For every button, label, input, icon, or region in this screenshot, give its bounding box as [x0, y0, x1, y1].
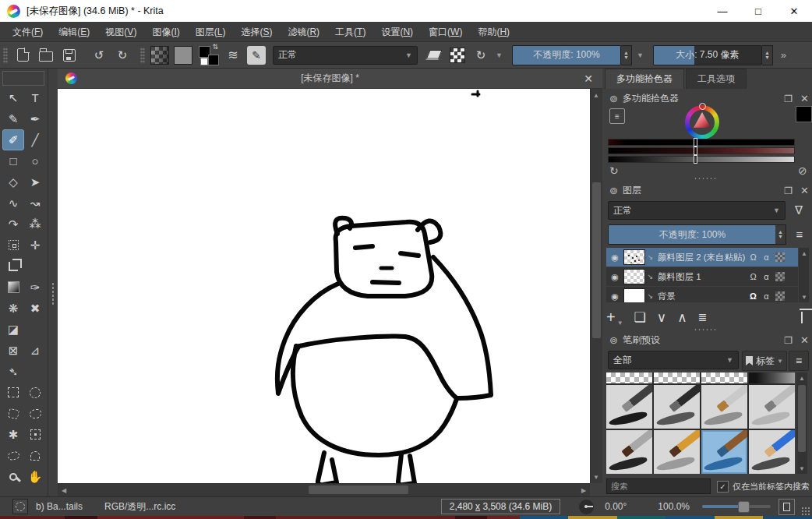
fineliner-silver-preset[interactable]	[701, 385, 747, 429]
float-docker-icon[interactable]: ❐	[784, 94, 793, 104]
menu-编辑[interactable]: 编辑(E)	[51, 22, 97, 42]
move-layer-down-button[interactable]: ∨	[657, 309, 666, 326]
foreground-background-color-selector[interactable]: ⇅	[198, 45, 218, 65]
search-scope-checkbox[interactable]: ✓	[717, 481, 729, 493]
document-title-bar[interactable]: [未保存图像] * ✕	[58, 69, 602, 89]
watercolor-brush-preset[interactable]	[701, 430, 747, 474]
layer-row[interactable]: ◉↘背景Ωα	[606, 287, 798, 302]
close-button[interactable]: ✕	[776, 0, 812, 22]
layer-lock-icon[interactable]: Ω	[747, 291, 760, 301]
scroll-down-icon[interactable]: ▼	[591, 471, 602, 482]
brush-search-input[interactable]	[606, 478, 711, 494]
panel-resize-handle[interactable]	[694, 177, 717, 180]
line-tool[interactable]: ╱	[24, 129, 46, 150]
layer-thumbnail[interactable]	[623, 288, 645, 302]
delete-layer-button[interactable]	[801, 312, 803, 323]
toolbox-drag-handle[interactable]	[51, 282, 55, 305]
layer-alpha-lock-icon[interactable]: α	[760, 291, 773, 301]
layer-opacity-spinner[interactable]: ▲▼	[775, 224, 786, 245]
ink-pen-black-preset[interactable]	[654, 385, 700, 429]
paintbrush-dark-preset[interactable]	[606, 430, 652, 474]
image-dimensions[interactable]: 2,480 x 3,508 (34.6 MiB)	[441, 499, 560, 514]
layer-lock-icon[interactable]: Ω	[747, 272, 760, 281]
menu-图像[interactable]: 图像(I)	[144, 22, 187, 42]
layer-lock-icon[interactable]: Ω	[747, 252, 760, 262]
slider-marker[interactable]	[694, 147, 697, 155]
layer-opacity-slider[interactable]: 不透明度: 100%	[608, 224, 777, 245]
canvas[interactable]	[58, 89, 590, 483]
dynamic-brush-tool[interactable]: ↷	[2, 214, 24, 235]
chevron-down-icon[interactable]: ▼	[496, 51, 503, 59]
scroll-right-icon[interactable]: ▶	[578, 485, 589, 496]
save-button[interactable]	[59, 45, 79, 65]
slider-marker[interactable]	[694, 155, 697, 164]
color-slider-hue[interactable]	[608, 139, 795, 146]
pencil-blue-preset[interactable]	[749, 430, 795, 474]
layer-list-scrollbar[interactable]: ▲ ▼	[799, 248, 809, 302]
scroll-up-icon[interactable]: ▲	[591, 90, 602, 101]
fill-tool[interactable]: ◪	[2, 319, 24, 340]
saturation-value-triangle[interactable]	[692, 111, 712, 132]
menu-帮助[interactable]: 帮助(H)	[470, 22, 517, 42]
bezier-curve-tool[interactable]: ∿	[2, 192, 24, 214]
no-color-icon[interactable]: ⊘	[798, 164, 807, 177]
docker-lock-icon[interactable]: ⊚	[609, 334, 618, 346]
preset-filter-dropdown[interactable]: 全部 ▼	[608, 351, 739, 369]
scroll-up-icon[interactable]: ▲	[796, 372, 807, 383]
airbrush-preset[interactable]	[749, 372, 795, 383]
gradient-tool[interactable]	[2, 277, 24, 298]
size-spinner[interactable]: ▲▼	[762, 45, 773, 65]
color-slider-saturation[interactable]	[608, 147, 795, 154]
layer-filter-funnel-icon[interactable]: ∇	[789, 201, 809, 220]
toolbar-grip[interactable]	[140, 48, 145, 63]
slider-marker[interactable]	[694, 138, 697, 147]
canvas-only-mode-button[interactable]	[778, 499, 795, 515]
panel-resize-handle[interactable]	[694, 328, 717, 331]
brush-panel-header[interactable]: ⊚ 笔刷预设 ❐ ✕	[609, 334, 809, 347]
freehand-path-tool[interactable]: ↝	[24, 192, 46, 214]
color-sampler-tool[interactable]: ✑	[24, 277, 46, 298]
scroll-left-icon[interactable]: ◀	[58, 485, 69, 496]
similar-color-selection-tool[interactable]	[24, 424, 46, 445]
brush-grid-scrollbar[interactable]: ▲ ▼	[796, 372, 807, 474]
new-document-button[interactable]	[12, 45, 33, 65]
layer-inherit-alpha-icon[interactable]	[775, 252, 785, 262]
maximize-button[interactable]: □	[740, 0, 776, 22]
ellipse-tool[interactable]: ○	[24, 150, 46, 171]
gradient-chooser-swatch[interactable]	[150, 46, 169, 65]
opacity-spinner[interactable]: ▲▼	[621, 45, 632, 65]
text-tool[interactable]: T	[24, 87, 46, 108]
preserve-alpha-button[interactable]	[447, 45, 468, 65]
layer-options-menu-icon[interactable]: ≡	[790, 226, 809, 242]
enclose-fill-tool[interactable]: ⊠	[2, 340, 24, 361]
select-shapes-tool[interactable]: ↖	[2, 87, 24, 108]
bezier-selection-tool[interactable]	[2, 445, 24, 466]
menu-设置[interactable]: 设置(N)	[373, 22, 421, 42]
minimize-button[interactable]: —	[704, 0, 740, 22]
open-document-button[interactable]	[36, 45, 56, 65]
elliptical-selection-tool[interactable]	[24, 382, 46, 403]
canvas-horizontal-scrollbar[interactable]: ◀ ▶	[58, 483, 590, 496]
menu-选择[interactable]: 选择(S)	[233, 22, 280, 42]
zoom-slider-handle[interactable]	[738, 501, 750, 513]
toolbar-overflow-chevron[interactable]: »	[781, 49, 786, 61]
layers-panel-header[interactable]: ⊚ 图层 ❐ ✕	[609, 184, 809, 197]
menu-文件[interactable]: 文件(F)	[5, 22, 51, 42]
polygonal-selection-tool[interactable]	[2, 403, 24, 424]
move-tool[interactable]: ✛	[24, 235, 46, 256]
hue-marker[interactable]	[699, 103, 706, 110]
float-docker-icon[interactable]: ❐	[784, 185, 793, 196]
menu-滤镜[interactable]: 滤镜(R)	[280, 22, 327, 42]
eraser-small-preset[interactable]	[701, 372, 747, 383]
transform-tool[interactable]	[2, 235, 24, 256]
chevron-down-icon[interactable]: ▼	[637, 51, 644, 59]
zoom-tool[interactable]	[2, 466, 24, 487]
canvas-vertical-scrollbar[interactable]: ▲ ▼	[590, 89, 602, 483]
layer-alpha-lock-icon[interactable]: α	[760, 272, 773, 281]
color-history-refresh-icon[interactable]: ↻	[609, 164, 619, 177]
color-selector-settings-button[interactable]: ≡	[609, 108, 625, 124]
rectangular-selection-tool[interactable]	[2, 382, 24, 403]
brush-scroll-thumb[interactable]	[798, 385, 806, 452]
menu-视图[interactable]: 视图(V)	[97, 22, 144, 42]
rotation-dial-icon[interactable]	[579, 500, 594, 514]
